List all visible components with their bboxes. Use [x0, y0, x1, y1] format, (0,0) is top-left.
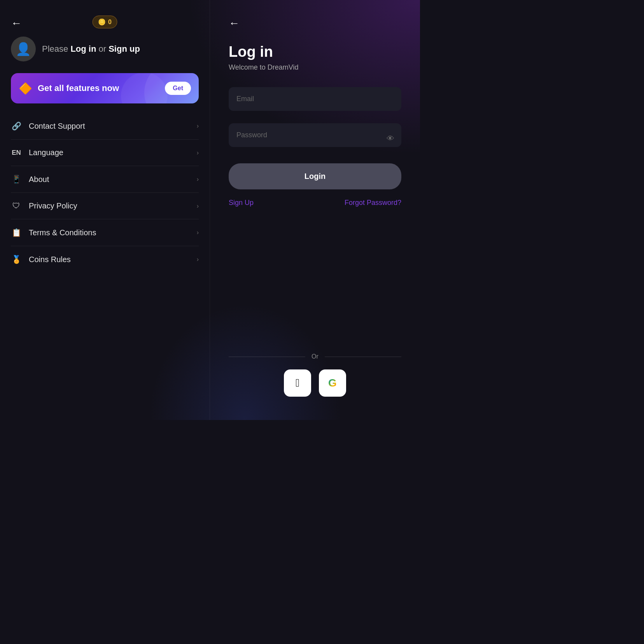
avatar: 👤	[11, 37, 36, 61]
divider-line-left	[229, 357, 305, 357]
premium-banner[interactable]: 🔶 Get all features now Get	[11, 73, 199, 103]
google-icon: G	[328, 377, 337, 389]
contact-support-icon: 🔗	[11, 121, 22, 131]
back-button-left[interactable]: ←	[11, 17, 22, 30]
left-panel: 🪙 0 ← 👤 Please Log in or Sign up 🔶 Get a…	[0, 0, 210, 420]
prompt-prefix: Please	[42, 44, 70, 54]
eye-icon[interactable]: 👁	[387, 134, 394, 143]
language-icon: EN	[11, 149, 22, 157]
prompt-signup: Sign up	[108, 44, 140, 54]
email-wrapper	[229, 87, 401, 117]
coins-badge[interactable]: 🪙 0	[92, 16, 117, 28]
social-buttons:  G	[229, 369, 401, 404]
menu-item-privacy-policy[interactable]: 🛡 Privacy Policy ›	[11, 193, 199, 219]
privacy-policy-icon: 🛡	[11, 201, 22, 210]
prompt-or: or	[96, 44, 108, 54]
terms-icon: 📋	[11, 228, 22, 237]
menu-item-about[interactable]: 📱 About ›	[11, 166, 199, 193]
chevron-icon: ›	[197, 149, 199, 156]
auth-links: Sign Up Forgot Password?	[229, 199, 401, 207]
email-input[interactable]	[229, 87, 401, 111]
login-prompt: Please Log in or Sign up	[42, 44, 140, 55]
about-label: About	[29, 175, 190, 184]
avatar-icon: 👤	[16, 42, 31, 56]
apple-signin-button[interactable]: 	[284, 369, 311, 397]
privacy-policy-label: Privacy Policy	[29, 201, 190, 210]
divider-line-right	[325, 357, 401, 357]
back-button-right[interactable]: ←	[229, 17, 240, 30]
chevron-icon: ›	[197, 203, 199, 210]
chevron-icon: ›	[197, 256, 199, 263]
premium-get-button[interactable]: Get	[165, 82, 191, 95]
menu-list: 🔗 Contact Support › EN Language › 📱 Abou…	[0, 113, 210, 273]
google-signin-button[interactable]: G	[319, 369, 346, 397]
or-text: Or	[312, 353, 318, 360]
login-button[interactable]: Login	[229, 163, 401, 189]
signup-link[interactable]: Sign Up	[229, 199, 254, 207]
menu-item-contact-support[interactable]: 🔗 Contact Support ›	[11, 113, 199, 140]
coins-rules-label: Coins Rules	[29, 255, 190, 264]
menu-item-terms-conditions[interactable]: 📋 Terms & Conditions ›	[11, 219, 199, 246]
coins-rules-icon: 🏅	[11, 255, 22, 264]
coins-count: 0	[108, 19, 112, 26]
chevron-icon: ›	[197, 122, 199, 130]
contact-support-label: Contact Support	[29, 122, 190, 131]
coin-icon: 🪙	[98, 18, 106, 26]
password-input[interactable]	[229, 123, 401, 147]
menu-item-coins-rules[interactable]: 🏅 Coins Rules ›	[11, 246, 199, 273]
premium-icon: 🔶	[19, 82, 32, 95]
premium-text: Get all features now	[38, 83, 159, 93]
password-wrapper: 👁	[229, 123, 401, 153]
chevron-icon: ›	[197, 176, 199, 183]
prompt-login: Log in	[70, 44, 96, 54]
login-title: Log in	[229, 44, 401, 60]
about-icon: 📱	[11, 175, 22, 184]
chevron-icon: ›	[197, 229, 199, 236]
menu-item-language[interactable]: EN Language ›	[11, 140, 199, 166]
right-panel: ← Log in Welcome to DreamVid 👁 Login Sig…	[210, 0, 420, 420]
apple-icon: 	[296, 377, 299, 389]
language-label: Language	[29, 148, 190, 157]
forgot-password-link[interactable]: Forgot Password?	[345, 199, 401, 207]
terms-label: Terms & Conditions	[29, 228, 190, 237]
login-subtitle: Welcome to DreamVid	[229, 63, 401, 72]
or-divider: Or	[229, 353, 401, 360]
